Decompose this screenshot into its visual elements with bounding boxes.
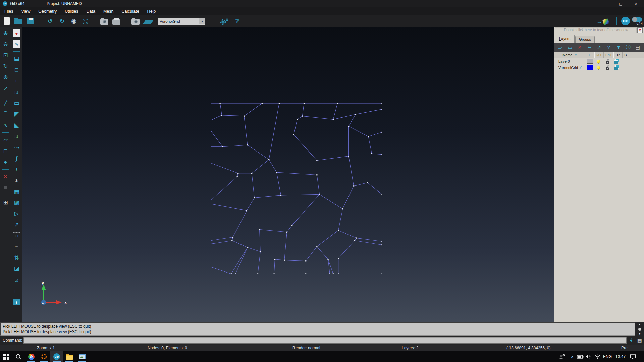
panel-close-icon[interactable]: ✕ [637, 27, 643, 33]
layers-green-icon[interactable]: ≋ [11, 131, 22, 142]
grid-surface-icon[interactable]: ▦ [11, 186, 22, 197]
taskbar-capture-button[interactable] [38, 351, 50, 362]
taskbar-imageviewer-button[interactable] [76, 351, 89, 362]
layer-row-voronoigrid[interactable]: VoronoiGrid✓ [554, 64, 644, 71]
layer-notes-icon[interactable]: ▤ [634, 44, 642, 51]
zoom-frame-icon[interactable]: ⊡ [0, 50, 11, 61]
version-toggle[interactable]: v.14 [632, 17, 643, 26]
layer-new-icon[interactable]: ▱ [556, 44, 564, 51]
open-file-icon[interactable] [13, 16, 24, 26]
surface-arrow-2-icon[interactable]: ↗ [11, 219, 22, 230]
unlocked-icon[interactable] [606, 67, 609, 70]
create-object-icon[interactable]: ● [0, 157, 11, 168]
rotate-orbit-icon[interactable]: ⊛ [0, 72, 11, 83]
create-spline-icon[interactable]: ∿ [0, 120, 11, 131]
notification-tray-icon[interactable] [628, 351, 638, 362]
column-color[interactable]: C [586, 52, 594, 58]
fast-command-icon[interactable] [630, 338, 633, 343]
preferences-gear-icon[interactable] [218, 17, 230, 26]
maximize-button[interactable]: ▢ [613, 0, 628, 7]
scroll-down-icon[interactable]: ▼ [638, 332, 641, 335]
create-surface-icon[interactable]: ▱ [0, 134, 11, 145]
polyline-arrow-icon[interactable]: ↝ [11, 142, 22, 153]
menu-mesh[interactable]: Mesh [100, 8, 117, 15]
menu-data[interactable]: Data [83, 8, 98, 15]
column-tr[interactable]: Tr [613, 52, 623, 58]
new-file-icon[interactable] [2, 16, 11, 26]
column-fu[interactable]: F/U [604, 52, 613, 58]
open-folder-icon[interactable]: ▭ [11, 98, 22, 109]
menu-view[interactable]: View [18, 8, 33, 15]
view-eye-icon[interactable]: ◉ [68, 16, 79, 26]
viewport-canvas[interactable]: y x z [22, 27, 554, 322]
voronoi-mesh[interactable] [211, 103, 382, 274]
layer-filter-icon[interactable]: ▼ [614, 44, 623, 51]
pan-view-icon[interactable]: ↗ [0, 83, 11, 94]
tab-groups[interactable]: Groups [575, 36, 595, 43]
trim-grid-icon[interactable]: ▨ [11, 197, 22, 208]
snapshot-camera-icon[interactable] [99, 16, 110, 26]
mesh-icon[interactable]: ⊞ [0, 197, 11, 208]
visibility-bulb-icon[interactable] [597, 60, 600, 63]
command-input[interactable] [23, 337, 627, 344]
box-icon[interactable]: □ [11, 64, 22, 75]
start-button[interactable] [0, 351, 13, 362]
star-lines-icon[interactable]: ∗ [11, 175, 22, 186]
layer-delete-icon[interactable]: ✕ [576, 44, 584, 51]
chevron-down-icon[interactable]: ▼ [199, 18, 205, 24]
curve-tool-icon[interactable]: ∫ [11, 153, 22, 164]
record-macro-icon[interactable]: ● [13, 29, 20, 37]
layer-question-icon[interactable]: ? [605, 44, 613, 51]
create-line-icon[interactable]: ╱ [0, 98, 11, 109]
xy-axes-icon[interactable]: ∟ [11, 286, 22, 297]
menu-files[interactable]: Files [1, 8, 16, 15]
toggle-switch-icon[interactable] [632, 17, 642, 22]
layer-color-swatch[interactable] [587, 59, 593, 64]
column-name[interactable]: Name▼ [554, 52, 586, 58]
rotate-view-right-icon[interactable]: ↻ [56, 16, 68, 26]
nurbs-trim-icon[interactable]: ◣ [11, 120, 22, 131]
create-arc-icon[interactable]: ⌒ [0, 109, 11, 120]
taskbar-explorer-button[interactable] [63, 351, 76, 362]
menu-utilities[interactable]: Utilities [62, 8, 81, 15]
layer-row-layer0[interactable]: Layer0 [554, 58, 644, 64]
rotate-view-left-icon[interactable]: ↺ [44, 16, 56, 26]
tear-off-bar[interactable]: Double click here to tear off the window [555, 27, 637, 33]
help-icon[interactable]: ? [232, 16, 242, 26]
keyboard-grid-icon[interactable]: ▦ [637, 338, 642, 343]
taskbar-search-button[interactable] [12, 351, 25, 362]
layer-info-icon[interactable]: ⓘ [624, 44, 632, 51]
layer-color-swatch[interactable] [587, 65, 593, 70]
menu-calculate[interactable]: Calculate [118, 8, 142, 15]
render-mode-icon[interactable] [129, 16, 142, 26]
close-button[interactable]: ✕ [628, 0, 644, 7]
results-arrow-icon[interactable]: → [596, 18, 609, 25]
language-indicator[interactable]: ENG [602, 351, 613, 362]
layer-send-to-icon[interactable]: ↪ [585, 44, 593, 51]
wifi-tray-icon[interactable] [593, 351, 602, 362]
ruler-triangle-icon[interactable]: ⊿ [11, 275, 22, 286]
menu-geometry[interactable]: Geometry [35, 8, 60, 15]
page-icon[interactable]: ▤ [11, 53, 22, 64]
nurbs-surface-icon[interactable]: ◤ [11, 109, 22, 120]
layer-transfer-icon[interactable]: ↗ [595, 44, 603, 51]
volume-tray-icon[interactable] [584, 351, 593, 362]
menu-help[interactable]: Help [144, 8, 159, 15]
delete-icon[interactable]: ✕ [0, 171, 11, 182]
zoom-extents-icon[interactable]: ↖↗ ↙↘ [80, 16, 91, 26]
people-tray-icon[interactable] [557, 351, 567, 362]
unlocked-icon[interactable] [606, 61, 609, 64]
transparency-icon[interactable] [615, 59, 619, 62]
save-file-icon[interactable] [25, 16, 36, 26]
tray-chevron-up[interactable]: ∧ [568, 351, 576, 362]
layer-selector-dropdown[interactable]: VoronoiGrid ▼ [158, 18, 205, 25]
scroll-thumb[interactable] [638, 328, 641, 331]
info-icon[interactable]: i [13, 299, 20, 305]
surface-arrow-icon[interactable]: ▷ [11, 208, 22, 219]
gid-logo-button[interactable]: GiD [621, 17, 630, 25]
curve-points-icon[interactable]: ≀ [11, 164, 22, 175]
layers-sphere-icon[interactable]: ≋ [11, 86, 22, 98]
scroll-up-icon[interactable]: ▲ [638, 323, 641, 326]
transparency-icon[interactable] [615, 65, 619, 69]
edit-script-icon[interactable]: ✎ [13, 40, 20, 48]
